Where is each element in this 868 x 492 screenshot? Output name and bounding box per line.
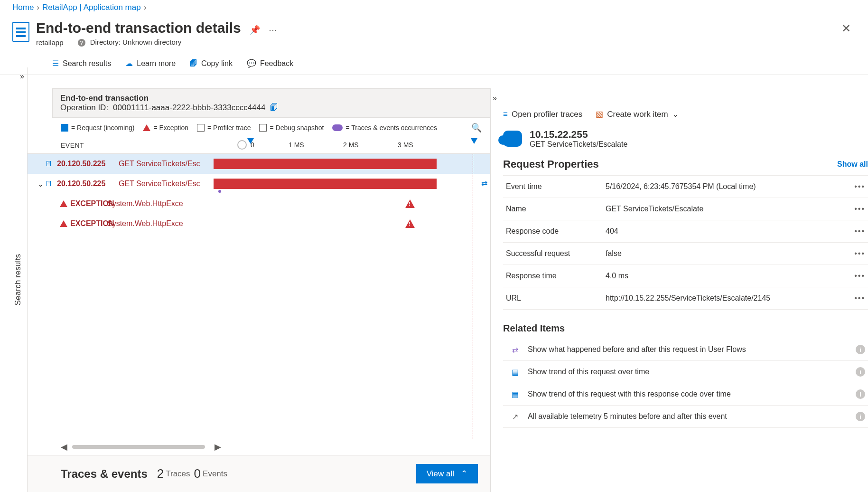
row-more-icon[interactable]: ••• [854,294,865,303]
related-trend[interactable]: ▤ Show trend of this request over time i [503,361,868,383]
chevron-down-icon[interactable]: ⌄ [36,180,45,189]
toolbar-feedback-label: Feedback [260,59,293,68]
exception-marker-icon [405,219,415,228]
info-icon[interactable]: i [856,367,865,377]
event-row-request-2[interactable]: ⌄ 🖥 20.120.50.225 GET ServiceTickets/Esc… [28,174,490,194]
profiler-icon: ≡ [503,110,508,119]
timeline-header: EVENT 0 1 MS 2 MS 3 MS [28,137,490,154]
toolbar-feedback[interactable]: 💬 Feedback [247,59,293,68]
related-user-flows[interactable]: ⇄ Show what happened before and after th… [503,339,868,361]
related-label: Show what happened before and after this… [528,345,746,354]
legend-exception-icon [143,124,150,131]
breadcrumb-app[interactable]: RetailApp | Application map [42,3,141,12]
legend-debug-icon [259,124,267,132]
related-trend-response-code[interactable]: ▤ Show trend of this request with this r… [503,383,868,406]
traces-title: Traces & events [61,467,148,481]
exception-text: System.Web.HttpExce [107,199,197,208]
create-work-item-label: Create work item [607,110,668,119]
row-more-icon[interactable]: ••• [854,205,865,213]
event-operation: GET ServiceTickets/Esc [119,160,214,168]
event-operation: GET ServiceTickets/Esc [119,180,214,188]
event-column-header: EVENT [61,142,251,149]
breadcrumb-home[interactable]: Home [12,3,34,12]
legend: = Request (incoming) = Exception = Profi… [28,118,490,137]
exception-text: System.Web.HttpExce [107,219,197,228]
info-icon[interactable]: i [856,345,865,354]
show-all-link[interactable]: Show all [837,160,868,169]
prop-value: http://10.15.22.255/ServiceTickets/Escal… [606,294,854,303]
create-work-item[interactable]: ▧ Create work item ⌄ [596,109,678,119]
cloud-icon: ☁ [125,59,133,68]
scroll-thumb[interactable] [72,445,205,449]
timeline-end-marker[interactable] [471,138,477,144]
pin-icon[interactable]: 📌 [250,25,260,35]
prop-row-url[interactable]: URL http://10.15.22.255/ServiceTickets/E… [503,287,868,310]
related-telemetry[interactable]: ↗ All available telemetry 5 minutes befo… [503,406,868,428]
copy-operation-id-icon[interactable]: 🗐 [270,103,278,113]
info-icon[interactable]: i [856,412,865,421]
request-ip: 10.15.22.255 [530,129,627,140]
row-more-icon[interactable]: ••• [854,249,865,258]
work-item-icon: ▧ [596,109,603,119]
legend-traces-icon [332,124,343,131]
properties-table: Event time 5/16/2024, 6:23:45.7675354 PM… [503,175,868,310]
event-ip: 20.120.50.225 [57,160,119,168]
toolbar-search-results[interactable]: ☰ Search results [52,59,111,68]
duration-bar [214,179,437,189]
page-subtitle: retailapp [36,38,64,47]
flow-icon: ⇄ [511,345,519,354]
feedback-icon: 💬 [247,59,256,68]
prop-value: 4.0 ms [606,272,854,280]
sidebar-collapsed: » Search results [0,67,28,492]
row-more-icon[interactable]: ••• [854,182,865,191]
search-icon[interactable]: 🔍 [471,123,482,133]
scroll-left-icon[interactable]: ◀ [61,442,67,452]
toolbar-copy-link[interactable]: 🗐 Copy link [190,59,233,68]
row-more-icon[interactable]: ••• [854,272,865,280]
events-count-label: Events [203,469,227,479]
more-icon[interactable]: ⋯ [269,25,277,35]
exception-marker-icon [405,199,415,208]
prop-row-response-time[interactable]: Response time 4.0 ms ••• [503,265,868,287]
horizontal-scrollbar[interactable]: ◀ ▶ [28,439,490,455]
view-all-label: View all [427,469,454,479]
prop-row-response-code[interactable]: Response code 404 ••• [503,220,868,243]
scroll-right-icon[interactable]: ▶ [215,442,221,452]
close-icon[interactable]: ✕ [837,20,856,37]
view-all-button[interactable]: View all ⌃ [416,464,478,483]
prop-row-event-time[interactable]: Event time 5/16/2024, 6:23:45.7675354 PM… [503,175,868,198]
info-badge-icon: ? [78,39,85,47]
sidebar-label[interactable]: Search results [13,254,23,306]
trace-occurrence-icon [218,190,221,193]
row-more-icon[interactable]: ••• [854,227,865,236]
event-row-request-1[interactable]: 🖥 20.120.50.225 GET ServiceTickets/Esc [28,154,490,174]
traces-footer: Traces & events 2 Traces 0 Events View a… [28,455,490,492]
directory-text: Directory: Unknown directory [90,38,182,46]
expand-sidebar-icon[interactable]: » [0,67,27,81]
legend-request-icon [61,124,68,132]
exception-icon [60,200,67,207]
breadcrumb-sep: › [37,3,39,12]
prop-value: 5/16/2024, 6:23:45.7675354 PM (Local tim… [606,182,854,191]
toolbar-learn-more[interactable]: ☁ Learn more [125,59,176,68]
flow-icon[interactable]: ⇄ [481,179,487,188]
tick-0: 0 [251,141,254,149]
info-icon[interactable]: i [856,389,865,399]
prop-key: Event time [506,182,606,191]
tick-2: 2 MS [343,141,359,149]
prop-value: 404 [606,227,854,236]
event-row-exception-1[interactable]: EXCEPTION System.Web.HttpExce [28,194,490,214]
legend-traces-label: = Traces & events occurrences [345,124,437,132]
expand-properties-icon[interactable]: » [491,92,868,105]
copy-icon: 🗐 [190,59,197,68]
open-profiler-traces[interactable]: ≡ Open profiler traces [503,110,582,119]
request-summary: 10.15.22.255 GET ServiceTickets/Escalate [491,129,868,155]
page-title: End-to-end transaction details [36,20,241,36]
events-count: 0 [194,466,201,481]
timeline-axis[interactable]: 0 1 MS 2 MS 3 MS [251,139,490,151]
event-ip: 20.120.50.225 [57,180,119,188]
event-row-exception-2[interactable]: EXCEPTION System.Web.HttpExce [28,214,490,234]
prop-row-successful[interactable]: Successful request false ••• [503,243,868,265]
cloud-server-icon [503,131,522,147]
prop-row-name[interactable]: Name GET ServiceTickets/Escalate ••• [503,198,868,220]
